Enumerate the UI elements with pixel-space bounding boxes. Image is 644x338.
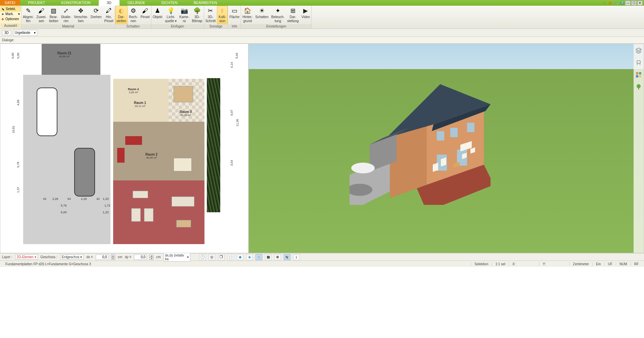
bb-n-icon[interactable]: N [284, 254, 290, 260]
view-2d[interactable]: Raum 2146,80 m² Raum 42,89 m² Raum 120,1… [0, 44, 248, 253]
light-icon: 💡 [167, 7, 175, 15]
bb-gridlines-icon[interactable]: ▦ [265, 254, 272, 260]
sub-tag-3d: 3D [2, 30, 11, 35]
options-tool[interactable]: ✚Optionen [1, 16, 20, 21]
bb-clock-icon[interactable]: 🕐 [199, 254, 206, 260]
bb-circle-icon[interactable]: ⊕ [274, 254, 281, 260]
dim-b-4: 42 [96, 197, 100, 201]
ribbon-shadow[interactable]: ◐Dar-stellen [115, 6, 128, 24]
ribbon-group-info: ▭FlächeInfo [228, 6, 241, 29]
side-group-label: Auswahl [1, 23, 20, 28]
assign-icon: 🖌 [37, 7, 45, 15]
close-btn[interactable]: ✕ [637, 1, 643, 5]
svg-rect-21 [637, 61, 640, 63]
house-3d [350, 77, 491, 205]
shad2-icon: ☀ [258, 7, 266, 15]
status-uf: UF [604, 262, 616, 266]
dy-up[interactable]: ▴ [149, 255, 153, 257]
subbar: 3D Urgelände▾ [0, 29, 644, 37]
ribbon-assign[interactable]: 🖌Zuwei-sen [35, 6, 48, 24]
ribbon-scale[interactable]: ⤢Skalie-ren [60, 6, 73, 24]
status-left: Fundamentplatten FP d20 L=Fundamente G=G… [2, 262, 471, 266]
room3-label: Raum 325,90 m² [180, 110, 192, 117]
ribbon-shad2[interactable]: ☀Schatten [254, 6, 270, 24]
bb-layers2-icon[interactable]: ⬚ [227, 254, 234, 260]
dim-right-1: 4,14 [230, 62, 233, 68]
bb-diamonds-icon[interactable]: ◈ [246, 254, 253, 260]
rel-combo[interactable]: dx,dy (relativ ka▾ [164, 253, 190, 262]
bottombar: Layer : 2D-Elemen▾ Geschoss : Erdgeschos… [0, 253, 644, 261]
menu-file[interactable]: DATEI [0, 0, 20, 6]
layer-label: Layer : [2, 255, 12, 259]
square-icon[interactable]: ◧ [608, 1, 613, 5]
dy-input[interactable] [134, 255, 147, 260]
dim-right-3: 11,36 [236, 119, 239, 127]
dx-label: dx = [86, 255, 93, 259]
cursor-icon: ⬉ [2, 7, 5, 11]
dim-right-0: 5,44 [235, 53, 238, 59]
ribbon-tree[interactable]: 🌳3D-Bitmap [191, 6, 204, 24]
dx-up[interactable]: ▴ [111, 255, 115, 257]
status-num: NUM [616, 262, 631, 266]
dim-left-5: 1,37 [16, 187, 20, 193]
status-rf: RF [631, 262, 642, 266]
ribbon-rotate[interactable]: ⟳Drehen [89, 6, 103, 24]
menu-konstruktion[interactable]: KONSTRUKTION [53, 0, 98, 6]
pen-icon[interactable]: ✎ [602, 1, 607, 5]
ribbon-calc[interactable]: ⚙Rech-nen [128, 6, 139, 24]
ribbon-cam[interactable]: 📷Kame-ra [178, 6, 190, 24]
svg-rect-25 [639, 75, 641, 77]
mark-tool[interactable]: ✦Mark.▾ [1, 11, 20, 16]
status-unit: Zentimeter [569, 262, 592, 266]
ribbon-disp[interactable]: ⊞Dar-stellung [286, 6, 300, 24]
dim-b-2: 64 [67, 197, 71, 201]
wrench-icon[interactable]: 🔧 [614, 1, 619, 5]
pick-icon: ✎ [24, 7, 32, 15]
svg-rect-24 [636, 75, 638, 77]
shadow-icon: ◐ [117, 7, 125, 15]
dx-down[interactable]: ▾ [111, 257, 115, 260]
menu-projekt[interactable]: PROJEKT [20, 0, 53, 6]
ribbon-area[interactable]: ▭Fläche [228, 6, 241, 24]
ribbon-coll[interactable]: ⦀Kolli-sion [217, 6, 228, 24]
ribbon-light[interactable]: 💡Licht-quelle ▾ [164, 6, 178, 24]
bb-stack-icon[interactable]: ❒ [218, 254, 225, 260]
colors-icon[interactable] [635, 71, 642, 78]
menu-gelaende[interactable]: GELÄNDE [120, 0, 153, 6]
menu-sichten[interactable]: SICHTEN [153, 0, 185, 6]
layer-combo[interactable]: 2D-Elemen▾ [15, 255, 38, 260]
room4-label: Raum 42,89 m² [128, 88, 139, 94]
geschoss-combo[interactable]: Erdgeschos▾ [60, 255, 84, 260]
ribbon-brush2[interactable]: 🖌Pinsel [139, 6, 151, 24]
ribbon-move[interactable]: ✥Verschie-ben [73, 6, 89, 24]
minimize-btn[interactable]: — [625, 1, 631, 5]
ribbon-video[interactable]: ▶Video [300, 6, 311, 24]
layers-icon[interactable] [635, 47, 642, 54]
rotate-icon: ⟳ [92, 7, 100, 15]
menu-3d[interactable]: 3D [99, 0, 120, 6]
ribbon-group-material: ✎Abgrei-fen🖌Zuwei-sen▨Bear-beiten⤢Skalie… [21, 6, 115, 29]
ribbon-edit[interactable]: ▨Bear-beiten [48, 6, 59, 24]
ribbon-brush[interactable]: 🖍Hin.Pinsel [103, 6, 115, 24]
ribbon-bg[interactable]: 🏠Hinter-grund [241, 6, 254, 24]
dx-input[interactable] [96, 255, 108, 260]
ribbon-obj[interactable]: ♟Objekt [151, 6, 164, 24]
ribbon-pick[interactable]: ✎Abgrei-fen [21, 6, 35, 24]
help-icon[interactable]: ? [620, 1, 625, 5]
sub-combo-terrain[interactable]: Urgelände▾ [13, 30, 37, 36]
select-tool[interactable]: ⬉Selekt. [1, 6, 20, 11]
menu-bearbeiten[interactable]: BEARBEITEN [186, 0, 225, 6]
ribbon-illum[interactable]: ✦Beleuch-tung [270, 6, 286, 24]
tree-icon[interactable] [635, 83, 642, 90]
dx-unit: cm [118, 255, 122, 259]
chair-icon[interactable] [635, 59, 642, 66]
dy-down[interactable]: ▾ [149, 257, 153, 260]
bb-grid-icon[interactable]: ◇ [256, 254, 262, 260]
bb-target-icon[interactable]: ◎ [209, 254, 215, 260]
view-3d[interactable] [248, 44, 644, 253]
bb-info-icon[interactable]: i [293, 254, 300, 260]
maximize-btn[interactable]: ☐ [631, 1, 637, 5]
ribbon-cut[interactable]: ✂3D-Schnitt [204, 6, 217, 24]
ribbon: ⬉Selekt. ✦Mark.▾ ✚Optionen Auswahl ✎Abgr… [0, 6, 644, 29]
bb-diamond-icon[interactable]: ◆ [237, 254, 243, 260]
